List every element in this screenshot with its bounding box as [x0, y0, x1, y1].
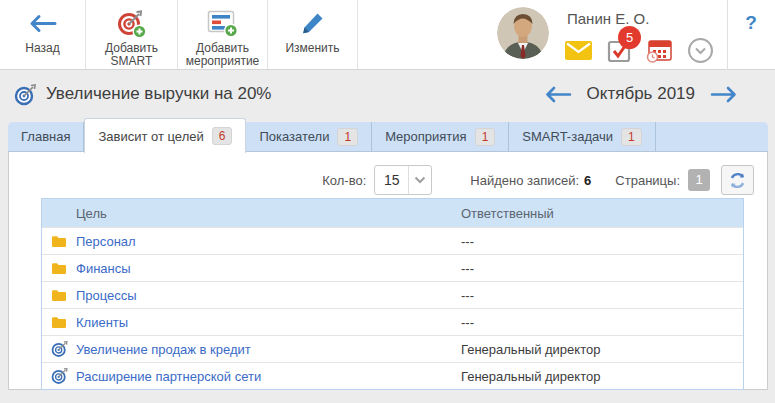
back-arrow-icon — [28, 7, 58, 40]
goal-link[interactable]: Увеличение продаж в кредит — [76, 342, 461, 357]
tab-SMART-задачи[interactable]: SMART-задачи1 — [509, 122, 655, 151]
tab-label: SMART-задачи — [522, 129, 613, 144]
tab-Мероприятия[interactable]: Мероприятия1 — [372, 122, 509, 151]
add-smart-button[interactable]: Добавить SMART — [86, 0, 178, 69]
next-month-arrow-icon[interactable] — [710, 86, 737, 103]
list-add-icon — [207, 7, 238, 40]
tab-Показатели[interactable]: Показатели1 — [246, 122, 372, 151]
refresh-icon — [727, 170, 748, 191]
column-header-responsible: Ответственный — [461, 206, 743, 221]
responsible-cell: Генеральный директор — [461, 342, 743, 357]
table-body: Персонал---Финансы---Процессы---Клиенты-… — [42, 227, 743, 389]
tab-label: Главная — [21, 129, 70, 144]
tab-Зависит от целей[interactable]: Зависит от целей6 — [84, 118, 246, 153]
responsible-cell: --- — [461, 315, 743, 330]
target-icon — [42, 340, 76, 358]
content-panel: Кол-во: 15 Найдено записей: 6 Страницы: … — [8, 152, 768, 390]
back-button[interactable]: Назад — [0, 0, 86, 69]
target-add-icon — [116, 7, 147, 40]
edit-button[interactable]: Изменить — [268, 0, 358, 69]
table-header: Цель Ответственный — [42, 199, 743, 227]
tab-Главная[interactable]: Главная — [8, 122, 84, 151]
found-value: 6 — [584, 173, 591, 188]
tab-label: Зависит от целей — [98, 129, 203, 144]
responsible-cell: Генеральный директор — [461, 369, 743, 384]
user-name: Панин Е. О. — [567, 10, 714, 27]
table-row[interactable]: Увеличение продаж в кредитГенеральный ди… — [42, 335, 743, 362]
user-block: Панин Е. О. 5 — [497, 7, 714, 64]
period-label: Октябрь 2019 — [587, 84, 695, 104]
pencil-icon — [299, 7, 326, 40]
goal-link[interactable]: Финансы — [76, 261, 461, 276]
responsible-cell: --- — [461, 261, 743, 276]
notification-badge: 5 — [618, 26, 641, 49]
tab-bar: ГлавнаяЗависит от целей6Показатели1Мероп… — [8, 122, 768, 152]
prev-month-arrow-icon[interactable] — [545, 86, 572, 103]
count-label: Кол-во: — [322, 173, 366, 188]
goal-link[interactable]: Процессы — [76, 288, 461, 303]
edit-button-label: Изменить — [285, 42, 339, 55]
page-title: Увеличение выручки на 20% — [46, 84, 271, 104]
tab-count-badge: 1 — [475, 128, 496, 146]
goal-link[interactable]: Расширение партнерской сети — [76, 369, 461, 384]
period-navigator: Октябрь 2019 — [545, 84, 737, 104]
tab-label: Показатели — [259, 129, 329, 144]
help-button[interactable]: ? — [736, 8, 766, 38]
add-event-button[interactable]: Добавить мероприятие — [178, 0, 268, 69]
avatar[interactable] — [497, 7, 549, 59]
refresh-button[interactable] — [721, 165, 754, 195]
tab-count-badge: 6 — [212, 127, 233, 145]
goal-link[interactable]: Клиенты — [76, 315, 461, 330]
responsible-cell: --- — [461, 288, 743, 303]
folder-icon — [42, 289, 76, 302]
found-label: Найдено записей: — [470, 173, 579, 188]
count-select-value: 15 — [375, 166, 409, 194]
add-event-label: Добавить мероприятие — [186, 42, 260, 68]
table-row[interactable]: Финансы--- — [42, 254, 743, 281]
target-icon — [42, 367, 76, 385]
folder-icon — [42, 235, 76, 248]
pages-label: Страницы: — [615, 173, 680, 188]
list-controls: Кол-во: 15 Найдено записей: 6 Страницы: … — [322, 165, 754, 195]
table-row[interactable]: Процессы--- — [42, 281, 743, 308]
folder-icon — [42, 262, 76, 275]
tab-label: Мероприятия — [385, 129, 467, 144]
table-row[interactable]: Расширение партнерской сетиГенеральный д… — [42, 362, 743, 389]
count-select[interactable]: 15 — [374, 165, 432, 195]
title-bar: Увеличение выручки на 20% Октябрь 2019 — [0, 70, 775, 118]
chevron-down-circle-icon[interactable] — [687, 37, 714, 64]
page-number-button[interactable]: 1 — [688, 169, 710, 191]
table-row[interactable]: Клиенты--- — [42, 308, 743, 335]
mail-icon[interactable] — [565, 41, 592, 60]
tab-count-badge: 1 — [621, 128, 642, 146]
goals-table: Цель Ответственный Персонал---Финансы---… — [41, 198, 744, 390]
toolbar-divider — [727, 0, 728, 70]
goal-link[interactable]: Персонал — [76, 234, 461, 249]
add-smart-label: Добавить SMART — [105, 42, 158, 68]
column-header-goal: Цель — [42, 206, 461, 221]
select-chevron-icon — [409, 166, 431, 194]
folder-icon — [42, 316, 76, 329]
goal-target-icon — [14, 83, 37, 106]
table-row[interactable]: Персонал--- — [42, 227, 743, 254]
tasks-icon[interactable]: 5 — [606, 38, 632, 64]
back-button-label: Назад — [25, 42, 59, 55]
responsible-cell: --- — [461, 234, 743, 249]
tab-count-badge: 1 — [337, 128, 358, 146]
calendar-clock-icon[interactable] — [646, 39, 673, 63]
